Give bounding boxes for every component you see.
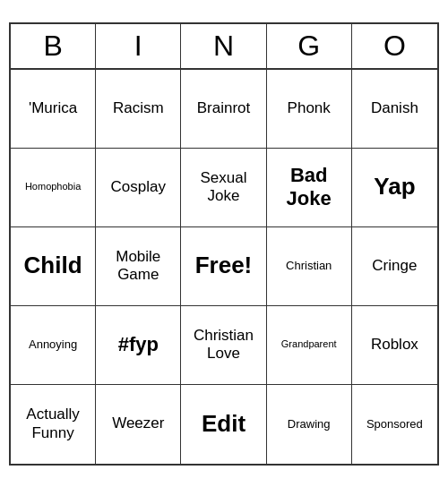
cell-text-11: Mobile Game bbox=[99, 248, 177, 285]
cell-text-19: Roblox bbox=[371, 336, 418, 354]
cell-text-3: Phonk bbox=[288, 99, 331, 117]
bingo-cell-4: Danish bbox=[352, 70, 437, 149]
cell-text-14: Cringe bbox=[372, 257, 417, 275]
cell-text-6: Cosplay bbox=[111, 178, 166, 196]
bingo-cell-17: Christian Love bbox=[181, 306, 266, 385]
bingo-letter-n: N bbox=[181, 24, 266, 68]
bingo-cell-18: Grandparent bbox=[267, 306, 352, 385]
cell-text-16: #fyp bbox=[118, 333, 159, 356]
bingo-cell-8: Bad Joke bbox=[267, 149, 352, 227]
bingo-cell-10: Child bbox=[11, 227, 96, 306]
bingo-cell-22: Edit bbox=[181, 385, 266, 464]
bingo-cell-7: Sexual Joke bbox=[181, 149, 266, 227]
bingo-cell-19: Roblox bbox=[352, 306, 437, 385]
cell-text-9: Yap bbox=[374, 173, 415, 201]
cell-text-7: Sexual Joke bbox=[185, 169, 262, 206]
cell-text-8: Bad Joke bbox=[271, 164, 348, 211]
bingo-cell-15: Annoying bbox=[11, 306, 96, 385]
cell-text-10: Child bbox=[24, 252, 82, 279]
bingo-cell-20: Actually Funny bbox=[11, 385, 96, 464]
cell-text-4: Danish bbox=[371, 99, 418, 117]
cell-text-20: Actually Funny bbox=[14, 406, 91, 442]
bingo-cell-5: Homophobia bbox=[11, 149, 96, 227]
bingo-cell-9: Yap bbox=[352, 149, 437, 227]
bingo-cell-24: Sponsored bbox=[352, 385, 437, 464]
cell-text-2: Brainrot bbox=[197, 99, 251, 117]
bingo-cell-2: Brainrot bbox=[181, 70, 266, 149]
bingo-letter-i: I bbox=[96, 24, 181, 68]
bingo-letter-o: O bbox=[352, 24, 437, 68]
cell-text-12: Free! bbox=[195, 252, 253, 279]
bingo-letter-b: B bbox=[11, 24, 96, 68]
cell-text-13: Christian bbox=[286, 259, 332, 273]
bingo-cell-14: Cringe bbox=[352, 227, 437, 306]
bingo-cell-12: Free! bbox=[181, 227, 266, 306]
cell-text-21: Weezer bbox=[112, 414, 164, 432]
cell-text-24: Sponsored bbox=[366, 417, 423, 431]
bingo-cell-21: Weezer bbox=[96, 385, 181, 464]
bingo-card: BINGO 'MuricaRacismBrainrotPhonkDanishHo… bbox=[9, 22, 439, 466]
cell-text-23: Drawing bbox=[288, 417, 331, 431]
bingo-cell-16: #fyp bbox=[96, 306, 181, 385]
bingo-cell-0: 'Murica bbox=[11, 70, 96, 149]
bingo-cell-23: Drawing bbox=[267, 385, 352, 464]
cell-text-15: Annoying bbox=[29, 337, 77, 352]
bingo-cell-1: Racism bbox=[96, 70, 181, 149]
bingo-cell-6: Cosplay bbox=[96, 149, 181, 227]
cell-text-17: Christian Love bbox=[185, 327, 262, 363]
bingo-cell-13: Christian bbox=[267, 227, 352, 306]
cell-text-0: 'Murica bbox=[29, 99, 77, 117]
cell-text-22: Edit bbox=[202, 410, 246, 438]
bingo-cell-3: Phonk bbox=[267, 70, 352, 149]
cell-text-5: Homophobia bbox=[25, 181, 81, 192]
bingo-header: BINGO bbox=[11, 24, 437, 70]
bingo-letter-g: G bbox=[267, 24, 352, 68]
cell-text-18: Grandparent bbox=[281, 338, 337, 350]
bingo-grid: 'MuricaRacismBrainrotPhonkDanishHomophob… bbox=[11, 70, 437, 464]
bingo-cell-11: Mobile Game bbox=[96, 227, 181, 306]
cell-text-1: Racism bbox=[113, 99, 164, 117]
